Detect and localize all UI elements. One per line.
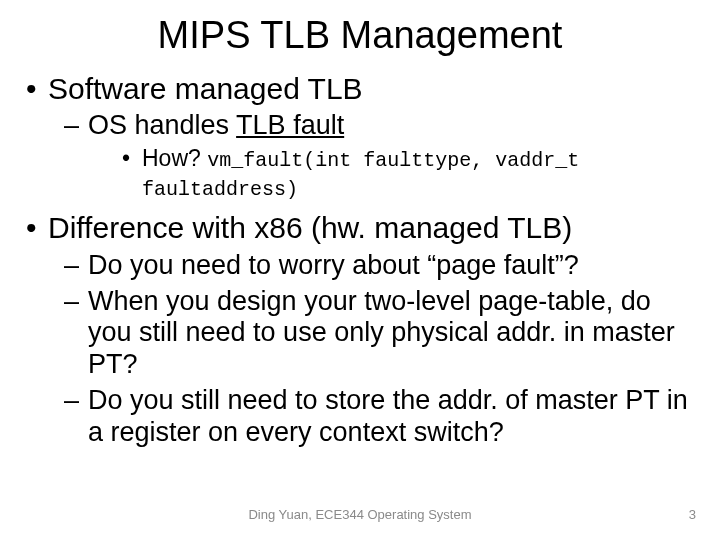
bullet-list-lvl1: Software managed TLB OS handles TLB faul… — [22, 71, 698, 449]
bullet-text: Software managed TLB — [48, 72, 363, 105]
bullet-text-underlined: TLB fault — [236, 110, 344, 140]
bullet-text-pre: OS handles — [88, 110, 236, 140]
bullet-text-pre: How? — [142, 145, 207, 171]
bullet-text: Difference with x86 (hw. managed TLB) — [48, 211, 572, 244]
bullet-two-level-pt: When you design your two-level page-tabl… — [48, 286, 698, 382]
bullet-list-lvl2: Do you need to worry about “page fault”?… — [48, 250, 698, 449]
slide: MIPS TLB Management Software managed TLB… — [0, 0, 720, 540]
slide-content: Software managed TLB OS handles TLB faul… — [0, 71, 720, 449]
code-snippet: vm_fault(int faulttype, vaddr_t faultadd… — [142, 149, 579, 201]
bullet-how: How? vm_fault(int faulttype, vaddr_t fau… — [88, 144, 698, 202]
footer-author-course: Ding Yuan, ECE344 Operating System — [0, 507, 720, 522]
slide-title: MIPS TLB Management — [0, 0, 720, 63]
bullet-software-managed: Software managed TLB OS handles TLB faul… — [22, 71, 698, 202]
bullet-difference-x86: Difference with x86 (hw. managed TLB) Do… — [22, 210, 698, 449]
bullet-text: When you design your two-level page-tabl… — [88, 286, 675, 380]
footer-page-number: 3 — [689, 507, 696, 522]
bullet-list-lvl2: OS handles TLB fault How? vm_fault(int f… — [48, 110, 698, 202]
bullet-list-lvl3: How? vm_fault(int faulttype, vaddr_t fau… — [88, 144, 698, 202]
bullet-master-pt-register: Do you still need to store the addr. of … — [48, 385, 698, 449]
bullet-text: Do you need to worry about “page fault”? — [88, 250, 579, 280]
bullet-os-handles: OS handles TLB fault How? vm_fault(int f… — [48, 110, 698, 202]
bullet-page-fault: Do you need to worry about “page fault”? — [48, 250, 698, 282]
bullet-text: Do you still need to store the addr. of … — [88, 385, 688, 447]
